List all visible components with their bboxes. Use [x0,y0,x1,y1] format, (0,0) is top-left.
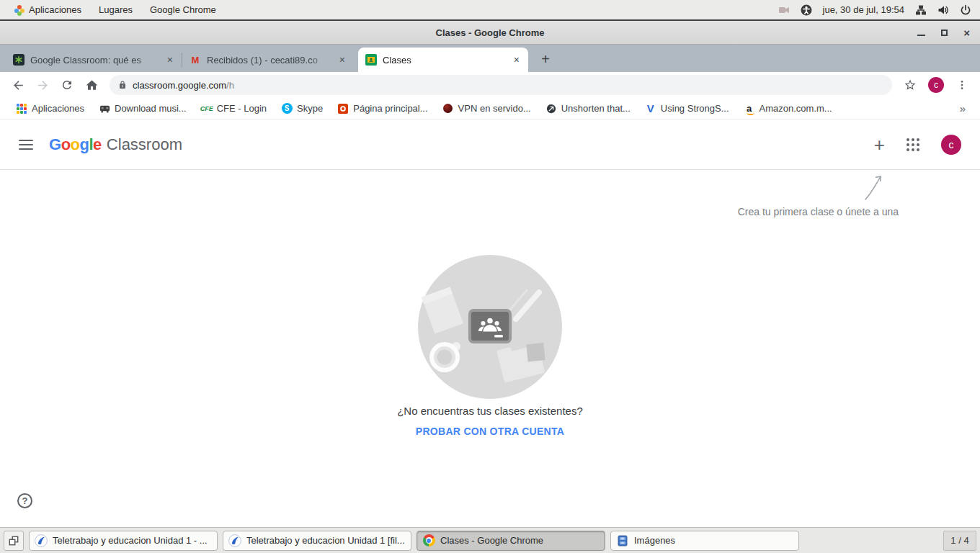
browser-toolbar: classroom.google.com/h c [0,72,980,98]
browser-profile-avatar[interactable]: c [928,77,944,93]
classroom-header: Google Classroom + c [0,120,980,170]
tab-clases-active[interactable]: Clases × [358,48,528,72]
cfe-icon: CFE [201,103,213,114]
browser-menu-icon[interactable] [951,74,973,96]
empty-classes-illustration [411,251,569,405]
back-icon[interactable] [7,74,29,96]
window-list-taskbar: Teletrabajo y educacion Unidad 1 - ... T… [0,527,980,553]
bookmarks-overflow-chevron[interactable]: » [960,102,971,114]
volume-icon[interactable] [937,4,949,16]
taskbar-window-chrome-active[interactable]: Clases - Google Chrome [416,531,605,551]
active-app-menu-label: Google Chrome [150,4,216,15]
classroom-empty-state: Crea tu primera clase o únete a una [0,171,980,527]
tab-title: Google Classroom: qué es [30,55,160,66]
bookmark-label: Skype [297,103,323,114]
taskbar-window-writer-1[interactable]: Teletrabajo y educacion Unidad 1 - ... [29,531,218,551]
url-host: classroom.google.com [133,80,226,91]
tab-close-icon[interactable]: × [338,54,347,66]
google-wordmark: Google [49,135,102,154]
unshorten-icon [545,103,557,114]
taskbar-window-images[interactable]: Imágenes [610,531,799,551]
url-path: /h [226,80,234,91]
skype-icon: S [281,103,293,114]
taskbar-window-label: Teletrabajo y educacion Unidad 1 - ... [53,535,208,546]
address-bar[interactable]: classroom.google.com/h [110,75,892,95]
music-site-icon [99,103,110,114]
taskbar-window-label: Imágenes [634,535,675,546]
forward-icon[interactable] [32,74,53,96]
show-desktop-button[interactable] [4,531,24,551]
classroom-header-actions: + c [874,135,961,155]
workspace-switcher[interactable]: 1 / 4 [943,531,976,551]
bookmark-skype[interactable]: S Skype [274,100,330,117]
bookmark-label: Amazon.com.m... [760,103,832,114]
panel-clock[interactable]: jue, 30 de jul, 19:54 [823,4,904,15]
classroom-favicon-icon [365,54,377,66]
url-text[interactable]: classroom.google.com/h [133,80,234,91]
main-menu-icon[interactable] [19,140,33,150]
network-icon[interactable] [915,4,927,16]
bookmark-star-icon[interactable] [899,74,921,96]
maximize-icon[interactable] [941,30,948,36]
gmail-favicon-icon: M [190,54,201,66]
office-icon [337,103,349,114]
chrome-titlebar[interactable]: Clases - Google Chrome × [0,21,980,45]
bookmark-label: Using StrongS... [661,103,729,114]
bookmark-label: Página principal... [353,103,427,114]
vpn-sphere-icon [442,103,454,114]
bookmark-amazon[interactable]: a Amazon.com.m... [736,100,839,117]
gnome-top-panel: Aplicaciones Lugares Google Chrome jue, … [0,0,980,19]
home-icon[interactable] [81,74,102,96]
tab-close-icon[interactable]: × [166,54,174,66]
account-avatar[interactable]: c [941,135,961,155]
bookmark-strongswan[interactable]: V Using StrongS... [638,100,736,117]
bookmark-pagina-principal[interactable]: Página principal... [330,100,435,117]
accessibility-icon[interactable] [801,4,812,16]
applications-menu-label: Aplicaciones [29,4,81,15]
bookmark-label: Aplicaciones [32,103,84,114]
taskbar-window-label: Clases - Google Chrome [440,535,543,546]
bookmark-cfe-login[interactable]: CFE CFE - Login [194,100,274,117]
places-menu[interactable]: Lugares [90,0,141,19]
tab-gmail-inbox[interactable]: M Recibidos (1) - cecati89.co × [182,48,354,72]
applications-menu-icon [14,5,24,15]
bookmark-download-music[interactable]: Download musi... [92,100,194,117]
taskbar-window-label: Teletrabajo y educacion Unidad 1 [fil... [246,535,405,546]
apps-grid-icon [16,103,27,114]
tab-title: Clases [383,55,507,66]
help-icon[interactable]: ? [17,493,32,508]
try-another-account-link[interactable]: PROBAR CON OTRA CUENTA [0,426,980,437]
tab-title: Recibidos (1) - cecati89.co [207,55,332,66]
tab-close-icon[interactable]: × [512,54,521,66]
hint-arrow-icon [862,172,888,205]
bookmark-label: Download musi... [115,103,187,114]
libreoffice-icon [35,534,48,547]
window-controls: × [917,21,970,45]
places-menu-label: Lugares [99,4,133,15]
tab-strip: Google Classroom: qué es × M Recibidos (… [0,45,980,72]
tab-google-classroom-article[interactable]: Google Classroom: qué es × [6,48,182,72]
empty-state-question: ¿No encuentras tus clases existentes? [0,405,980,417]
strongswan-icon: V [645,103,656,114]
applications-menu[interactable]: Aplicaciones [6,0,90,19]
minimize-icon[interactable] [917,35,925,36]
lock-icon[interactable] [118,81,127,89]
create-or-join-class-button[interactable]: + [874,135,885,154]
classroom-logo[interactable]: Google Classroom [49,135,182,154]
new-tab-button[interactable]: + [535,49,556,69]
bookmarks-bar: Aplicaciones Download musi... CFE CFE - … [0,98,980,120]
taskbar-window-writer-2[interactable]: Teletrabajo y educacion Unidad 1 [fil... [223,531,411,551]
site-favicon-icon [13,54,24,66]
active-app-menu[interactable]: Google Chrome [141,0,225,19]
reload-icon[interactable] [56,74,78,96]
google-apps-grid-icon[interactable] [906,138,919,151]
file-manager-icon [616,534,629,547]
close-window-icon[interactable]: × [963,27,970,38]
bookmark-aplicaciones[interactable]: Aplicaciones [9,100,92,117]
camera-icon[interactable] [778,4,790,16]
bookmark-label: Unshorten that... [561,103,631,114]
bookmark-vpn[interactable]: VPN en servido... [435,100,538,117]
power-icon[interactable] [960,4,971,16]
bookmark-unshorten[interactable]: Unshorten that... [538,100,638,117]
panel-status-area: jue, 30 de jul, 19:54 [778,4,980,16]
